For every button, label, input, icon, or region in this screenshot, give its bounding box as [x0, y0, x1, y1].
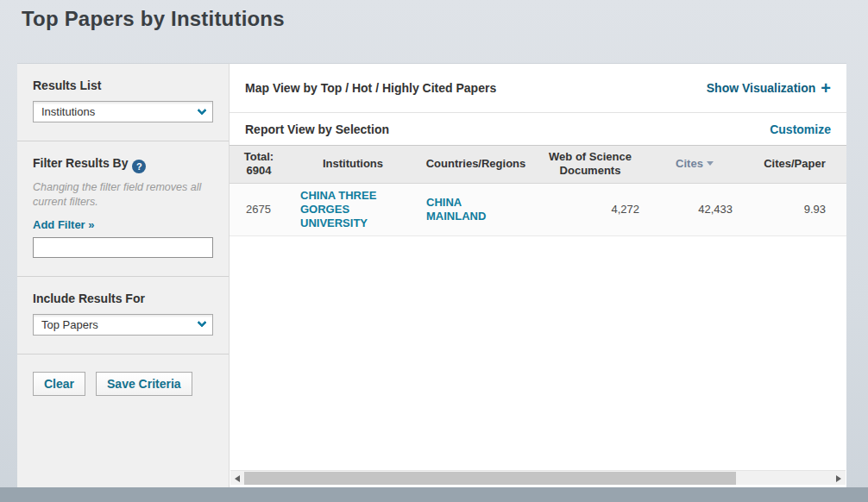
- show-visualization-label: Show Visualization: [707, 81, 816, 95]
- row-cites-per-paper: 9.93: [743, 203, 846, 216]
- sort-descending-icon: [707, 161, 714, 166]
- column-header-total: Total: 6904: [230, 150, 288, 179]
- criteria-buttons-section: Clear Save Criteria: [17, 354, 229, 414]
- page-title: Top Papers by Institutions: [22, 7, 285, 31]
- report-view-title: Report View by Selection: [245, 122, 389, 136]
- column-header-wos-documents: Web of Science Documents: [534, 150, 646, 179]
- total-label: Total:: [235, 150, 283, 164]
- total-value: 6904: [235, 164, 283, 178]
- show-visualization-link[interactable]: Show Visualization +: [707, 79, 831, 97]
- include-results-selected-value: Top Papers: [41, 318, 98, 331]
- save-criteria-button[interactable]: Save Criteria: [96, 372, 192, 396]
- include-results-dropdown[interactable]: Top Papers: [33, 314, 213, 336]
- map-view-bar: Map View by Top / Hot / Highly Cited Pap…: [230, 64, 846, 113]
- country-link[interactable]: CHINA MAINLAND: [426, 196, 486, 223]
- row-rank: 2675: [230, 203, 288, 216]
- scroll-left-arrow[interactable]: [230, 471, 244, 486]
- filter-section: Filter Results By? Changing the filter f…: [17, 141, 229, 276]
- table-row: 2675 CHINA THREE GORGES UNIVERSITY CHINA…: [230, 184, 846, 237]
- main-panel: Map View by Top / Hot / Highly Cited Pap…: [229, 63, 846, 487]
- include-results-label: Include Results For: [33, 292, 213, 305]
- add-filter-link[interactable]: Add Filter »: [33, 218, 95, 231]
- filter-note: Changing the filter field removes all cu…: [33, 180, 213, 210]
- column-header-cites-sort[interactable]: Cites: [646, 157, 743, 171]
- filter-input[interactable]: [33, 237, 213, 258]
- table-header-row: Total: 6904 Institutions Countries/Regio…: [230, 145, 846, 184]
- right-triangle-icon: [836, 475, 841, 482]
- content-area: Results List Institutions Filter Results…: [17, 63, 846, 487]
- report-view-bar: Report View by Selection Customize: [230, 113, 846, 145]
- results-list-label: Results List: [33, 78, 213, 92]
- institution-link[interactable]: CHINA THREE GORGES UNIVERSITY: [300, 189, 376, 230]
- scroll-right-arrow[interactable]: [832, 471, 846, 486]
- scrollbar-thumb[interactable]: [244, 472, 736, 485]
- row-institution-cell: CHINA THREE GORGES UNIVERSITY: [288, 189, 418, 231]
- row-wos-documents: 4,272: [534, 203, 646, 216]
- page-bottom-strip: [0, 487, 868, 502]
- sidebar: Results List Institutions Filter Results…: [17, 63, 229, 487]
- row-country-cell: CHINA MAINLAND: [418, 196, 534, 224]
- results-list-selected-value: Institutions: [41, 105, 95, 118]
- column-header-countries: Countries/Regions: [418, 157, 534, 171]
- filter-label-text: Filter Results By: [33, 156, 128, 170]
- column-header-cites-per-paper: Cites/Paper: [743, 157, 846, 171]
- horizontal-scrollbar[interactable]: [230, 470, 846, 485]
- filter-label: Filter Results By?: [33, 156, 213, 173]
- map-view-title: Map View by Top / Hot / Highly Cited Pap…: [245, 81, 496, 95]
- clear-button[interactable]: Clear: [33, 372, 85, 396]
- chevron-down-icon: [197, 105, 206, 115]
- help-icon[interactable]: ?: [132, 160, 146, 173]
- cites-sort-label: Cites: [676, 157, 703, 170]
- chevron-down-icon: [197, 318, 206, 328]
- column-header-institutions: Institutions: [288, 157, 418, 171]
- include-results-section: Include Results For Top Papers: [17, 276, 229, 354]
- results-list-section: Results List Institutions: [17, 64, 229, 141]
- row-cites: 42,433: [646, 203, 743, 216]
- customize-link[interactable]: Customize: [770, 122, 831, 136]
- left-triangle-icon: [235, 475, 240, 482]
- results-list-dropdown[interactable]: Institutions: [33, 101, 213, 122]
- plus-icon: +: [821, 79, 831, 97]
